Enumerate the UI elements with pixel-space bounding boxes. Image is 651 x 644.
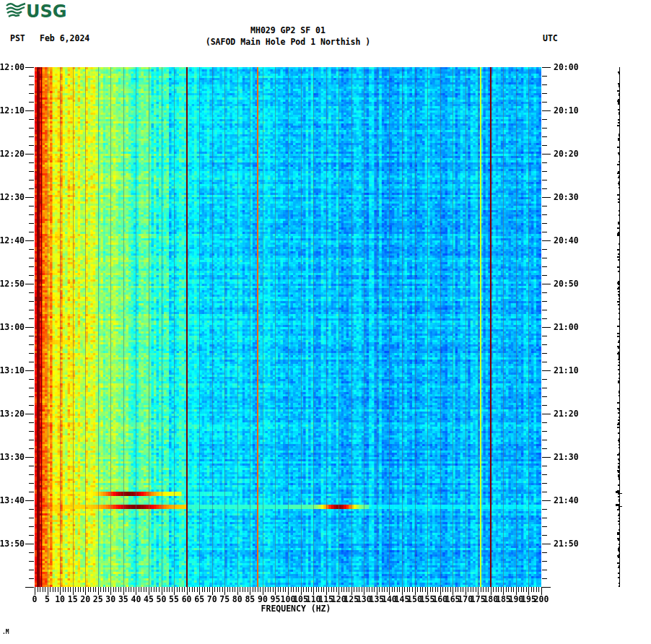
usgs-logo-text: USGS — [26, 1, 68, 20]
left-axis-label: 13:20 — [0, 409, 25, 418]
left-axis-label: 12:10 — [0, 106, 25, 115]
frequency-axis-label: 170 — [458, 595, 473, 604]
frequency-axis-label: 85 — [245, 595, 255, 604]
right-axis-label: 20:10 — [554, 106, 579, 115]
right-axis-label: 21:20 — [554, 409, 579, 418]
spectrogram-canvas — [35, 67, 541, 587]
left-axis-label: 13:00 — [0, 323, 25, 331]
frequency-axis-label: 130 — [357, 595, 372, 604]
right-axis-label: 21:40 — [554, 496, 579, 505]
frequency-axis-label: 180 — [483, 595, 498, 604]
left-axis-label: 12:40 — [0, 236, 25, 245]
frequency-axis-label: 145 — [395, 595, 410, 604]
right-axis-label: 20:00 — [554, 63, 579, 71]
right-axis-label: 21:30 — [554, 453, 579, 461]
frequency-axis-label: 65 — [194, 595, 204, 604]
frequency-axis-label: 125 — [344, 595, 359, 604]
frequency-axis-label: 195 — [521, 595, 536, 604]
frequency-axis-label: 60 — [182, 595, 192, 604]
plot-subtitle: (SAFOD Main Hole Pod 1 Northish ) — [206, 37, 370, 47]
frequency-axis-label: 185 — [496, 595, 511, 604]
left-axis-label: 13:40 — [0, 496, 25, 505]
frequency-axis-label: 165 — [445, 595, 460, 604]
frequency-axis-label: 190 — [509, 595, 524, 604]
frequency-axis-label: 20 — [80, 595, 90, 604]
frequency-axis-label: 90 — [258, 595, 268, 604]
frequency-axis-label: 70 — [207, 595, 217, 604]
frequency-axis-label: 140 — [382, 595, 397, 604]
left-time-axis-labels: 12:0012:1012:2012:3012:4012:5013:0013:10… — [0, 0, 25, 644]
frequency-axis-label: 105 — [293, 595, 308, 604]
frequency-axis-label: 0 — [32, 595, 38, 604]
frequency-axis-label: 75 — [219, 595, 230, 604]
right-time-axis-labels: 20:0020:1020:2020:3020:4020:5021:0021:10… — [554, 0, 597, 644]
left-axis-label: 13:10 — [0, 366, 25, 375]
left-axis-label: 13:30 — [0, 453, 25, 461]
left-axis-label: 12:50 — [0, 279, 25, 288]
left-axis-label: 12:30 — [0, 193, 25, 201]
frequency-axis-label: 95 — [271, 595, 281, 604]
seismic-trace-canvas — [611, 67, 622, 587]
right-axis-label: 21:10 — [554, 366, 579, 375]
frequency-axis-label: 5 — [45, 595, 50, 604]
right-axis-label: 20:20 — [554, 149, 579, 158]
frequency-axis-label: 110 — [306, 595, 321, 604]
frequency-axis-label: 150 — [407, 595, 422, 604]
left-axis-label: 12:00 — [0, 63, 25, 71]
corner-watermark: .M — [2, 629, 9, 635]
frequency-axis-label: 160 — [432, 595, 447, 604]
frequency-axis-label: 55 — [169, 595, 179, 604]
frequency-axis-label: 25 — [93, 595, 103, 604]
right-axis-label: 20:50 — [554, 279, 579, 288]
frequency-axis-label: 155 — [420, 595, 435, 604]
right-axis-label: 21:50 — [554, 539, 579, 548]
right-axis-label: 21:00 — [554, 323, 579, 331]
frequency-axis-label: 30 — [105, 595, 115, 604]
frequency-axis-label: 115 — [318, 595, 333, 604]
left-axis-label: 12:20 — [0, 149, 25, 158]
frequency-axis-label: 100 — [281, 595, 296, 604]
frequency-axis-label: 50 — [157, 595, 167, 604]
frequency-axis-label: 120 — [331, 595, 346, 604]
date-label: Feb 6,2024 — [40, 34, 89, 43]
frequency-axis-label: 175 — [471, 595, 486, 604]
left-axis-label: 13:50 — [0, 539, 25, 548]
right-axis-label: 20:30 — [554, 193, 579, 201]
frequency-axis-label: 45 — [144, 595, 154, 604]
frequency-axis-label: 10 — [55, 595, 65, 604]
frequency-axis-label: 15 — [68, 595, 78, 604]
right-axis-label: 20:40 — [554, 236, 579, 245]
frequency-axis-title: FREQUENCY (HZ) — [35, 604, 557, 614]
frequency-axis-label: 40 — [131, 595, 141, 604]
frequency-axis-label: 135 — [369, 595, 384, 604]
frequency-axis-label: 80 — [232, 595, 243, 604]
frequency-axis-label: 200 — [534, 595, 549, 604]
frequency-axis-label: 35 — [118, 595, 128, 604]
